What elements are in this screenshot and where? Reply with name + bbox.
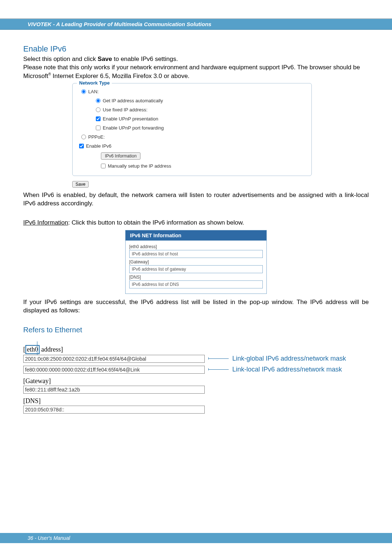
- eth0-highlight-box: eth0: [25, 345, 40, 354]
- ipv6-info-rest: : Click this button to obtain the IPv6 i…: [68, 219, 244, 226]
- fixed-ip-row[interactable]: Use fixed IP address:: [78, 105, 306, 114]
- upnp-port-checkbox[interactable]: [96, 126, 101, 130]
- footer-text: 36 - User's Manual: [28, 535, 70, 541]
- lan-radio[interactable]: [81, 89, 86, 94]
- ethernet-diagram: [eth0 address] 2001:0c08:2500:0002:0202:…: [23, 345, 369, 414]
- page-content: Enable IPv6 Select this option and click…: [0, 30, 392, 414]
- global-annotation: Link-global IPv6 address/network mask: [232, 355, 346, 362]
- link-row: fe80:0000:0000:0000:0202:d1ff:fe04:65f4/…: [23, 365, 369, 374]
- get-ip-label: Get IP address automatically: [103, 98, 163, 103]
- ipv6-info-btn-row: IPv6 Information: [78, 151, 306, 161]
- address-word: address]: [40, 346, 63, 353]
- manual-ip-checkbox[interactable]: [101, 164, 106, 168]
- dns-value-box: 2010:05c0:978d::: [23, 406, 205, 414]
- pppoe-label: PPPoE:: [88, 134, 105, 140]
- popup-dns-label: [DNS]: [129, 275, 263, 280]
- upnp-port-row[interactable]: Enable UPnP port forwarding: [78, 123, 306, 132]
- get-ip-row[interactable]: Get IP address automatically: [78, 96, 306, 105]
- ipv6-info-underline: IPv6 Information: [23, 219, 68, 226]
- eth0-address-label: [eth0 address]: [23, 345, 369, 354]
- pppoe-radio[interactable]: [81, 135, 86, 139]
- upnp-port-label: Enable UPnP port forwarding: [103, 125, 164, 131]
- ipv6-info-popup: IPv6 NET Information [eth0 address] IPv6…: [125, 230, 267, 294]
- upnp-pres-row[interactable]: Enable UPnP presentation: [78, 114, 306, 123]
- page-top-margin: [0, 0, 392, 19]
- connector-line-icon: [208, 357, 229, 360]
- refers-to-ethernet-title: Refers to Ethernet: [23, 326, 369, 334]
- gateway-label: [Gateway]: [23, 377, 369, 385]
- global-row: 2001:0c08:2500:0002:0202:d1ff:fe04:65f4/…: [23, 354, 369, 363]
- popup-eth0-field: IPv6 address list of host: [129, 250, 263, 258]
- upnp-pres-label: Enable UPnP presentation: [103, 116, 158, 122]
- popup-gateway-field: IPv6 address list of gateway: [129, 265, 263, 273]
- link-annotation: Link-local IPv6 address/network mask: [232, 366, 342, 373]
- save-button[interactable]: Save: [72, 181, 89, 188]
- paragraph-default-behavior: When IPv6 is enabled, by default, the ne…: [23, 191, 369, 208]
- get-ip-radio[interactable]: [96, 98, 101, 103]
- header-band: VIVOTEK - A Leading Provider of Multimed…: [0, 19, 392, 30]
- dns-label: [DNS]: [23, 397, 369, 405]
- popup-body: [eth0 address] IPv6 address list of host…: [126, 241, 266, 294]
- paragraph-success: If your IPv6 settings are successful, th…: [23, 298, 369, 315]
- pppoe-radio-row[interactable]: PPPoE:: [78, 132, 306, 141]
- intro-bold-save: Save: [98, 56, 112, 62]
- link-address-box: fe80:0000:0000:0000:0202:d1ff:fe04:65f4/…: [23, 366, 205, 374]
- manual-ip-label: Manually setup the IP address: [108, 163, 171, 169]
- popup-dns-field: IPv6 address list of DNS: [129, 280, 263, 288]
- upnp-pres-checkbox[interactable]: [96, 116, 101, 121]
- popup-eth0-label: [eth0 address]: [129, 244, 263, 249]
- global-address-box: 2001:0c08:2500:0002:0202:d1ff:fe04:65f4/…: [23, 355, 205, 363]
- popup-gateway-label: [Gateway]: [129, 259, 263, 264]
- network-type-container: Network Type LAN: Get IP address automat…: [72, 83, 312, 176]
- popup-title: IPv6 NET Information: [126, 230, 266, 241]
- header-brand-text: VIVOTEK - A Leading Provider of Multimed…: [28, 21, 211, 27]
- gateway-value-box: fe80::211:d8ff:fea2:1a2b: [23, 386, 205, 394]
- lan-radio-row[interactable]: LAN:: [78, 87, 306, 96]
- manual-ip-row[interactable]: Manually setup the IP address: [78, 161, 306, 171]
- enable-ipv6-row[interactable]: Enable IPv6: [78, 141, 306, 151]
- network-type-fieldset: Network Type LAN: Get IP address automat…: [72, 83, 312, 176]
- enable-ipv6-checkbox[interactable]: [79, 144, 84, 148]
- intro-text-b: to enable IPv6 settings.: [112, 56, 178, 62]
- fixed-ip-label: Use fixed IP address:: [103, 107, 147, 112]
- ipv6-info-line: IPv6 Information: Click this button to o…: [23, 219, 369, 227]
- connector-line-icon: [208, 368, 229, 371]
- intro-paragraph: Select this option and click Save to ena…: [23, 55, 369, 80]
- footer-band: 36 - User's Manual: [0, 533, 392, 543]
- network-type-legend: Network Type: [77, 80, 112, 86]
- ipv6-information-button[interactable]: IPv6 Information: [101, 152, 140, 160]
- enable-ipv6-label: Enable IPv6: [86, 143, 111, 149]
- intro-text-a: Select this option and click: [23, 56, 98, 62]
- lan-label: LAN:: [88, 89, 99, 94]
- intro-text-2b: Internet Explorer 6.5, Mozilla Firefox 3…: [51, 73, 189, 79]
- fixed-ip-radio[interactable]: [96, 107, 101, 112]
- section-title-enable-ipv6: Enable IPv6: [23, 44, 369, 54]
